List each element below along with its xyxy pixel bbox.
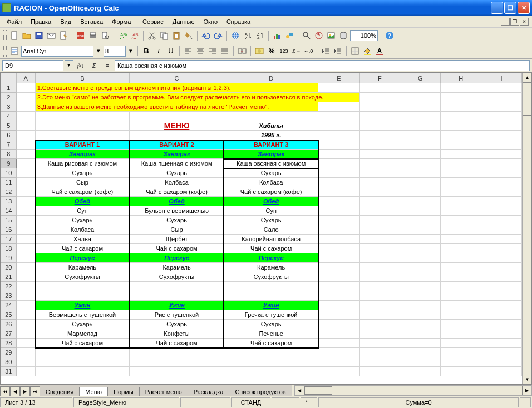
add-decimal-icon[interactable]: .0→	[290, 46, 302, 57]
formula-input[interactable]: Каша овсяная с изюмом	[115, 60, 530, 71]
row-header[interactable]: 27	[1, 329, 17, 339]
sheet-tab[interactable]: Раскладка	[188, 387, 230, 396]
menu-help[interactable]: Справка	[222, 17, 255, 26]
last-tab-icon[interactable]: ⏭	[30, 386, 40, 396]
chart-icon[interactable]	[272, 30, 283, 41]
increase-indent-icon[interactable]	[332, 46, 343, 57]
new-icon[interactable]	[9, 30, 20, 41]
row-header[interactable]: 18	[1, 244, 17, 253]
print-preview-icon[interactable]	[100, 30, 111, 41]
grid-scroll-area[interactable]: A B C D E F G H I 11.Составьте меню с тр…	[1, 73, 522, 384]
edit-doc-icon[interactable]	[58, 30, 69, 41]
row-header[interactable]: 17	[1, 235, 17, 244]
row-header[interactable]: 30	[1, 357, 17, 367]
data-cell[interactable]	[35, 291, 130, 301]
minimize-button[interactable]: _	[491, 2, 503, 14]
toolbar-grip[interactable]	[3, 30, 7, 41]
row-header[interactable]: 20	[1, 263, 17, 272]
align-justify-icon[interactable]	[219, 46, 230, 57]
data-cell[interactable]: Каша рисовая с изюмом	[35, 159, 130, 168]
row-header[interactable]: 2	[1, 93, 17, 102]
scroll-left-icon[interactable]: ◀	[295, 386, 304, 395]
doc-restore-button[interactable]: ❐	[510, 18, 519, 26]
row-header[interactable]: 11	[1, 178, 17, 187]
data-cell[interactable]: Сухарь	[224, 168, 318, 178]
data-cell[interactable]	[130, 291, 224, 301]
gallery-icon[interactable]	[326, 30, 337, 41]
meal-header[interactable]: Перекус	[35, 253, 130, 263]
row-header[interactable]: 23	[1, 291, 17, 301]
bg-color-icon[interactable]	[362, 46, 373, 57]
open-icon[interactable]	[21, 30, 32, 41]
row-header[interactable]: 21	[1, 272, 17, 282]
data-cell[interactable]: Карамель	[224, 263, 318, 272]
doc-minimize-button[interactable]: _	[501, 18, 510, 26]
data-cell[interactable]: Сыр	[35, 178, 130, 187]
function-wizard-icon[interactable]: fx↓	[75, 61, 87, 71]
cell-ref-dropdown-icon[interactable]: ▼	[65, 60, 73, 71]
vertical-scrollbar[interactable]: ▲ ▼	[522, 73, 531, 384]
data-cell[interactable]: Сухарь	[35, 216, 130, 225]
meal-header[interactable]: Завтрак	[35, 150, 130, 159]
data-cell[interactable]: Конфеты	[130, 329, 224, 339]
email-icon[interactable]	[46, 30, 57, 41]
align-left-icon[interactable]	[183, 46, 194, 57]
align-center-icon[interactable]	[195, 46, 206, 57]
year-cell[interactable]: 1995 г.	[224, 131, 318, 140]
row-header[interactable]: 4	[1, 112, 17, 121]
row-header-selected[interactable]: 9	[1, 159, 17, 168]
data-cell[interactable]: Карамель	[35, 263, 130, 272]
meal-header[interactable]: Ужин	[35, 301, 130, 310]
row-header[interactable]: 3	[1, 102, 17, 112]
first-tab-icon[interactable]: ⏮	[0, 386, 10, 396]
data-cell[interactable]: Чай с сахаром (кофе)	[130, 187, 224, 197]
col-header[interactable]: G	[400, 73, 441, 83]
bold-icon[interactable]: B	[141, 46, 152, 57]
spreadsheet-grid[interactable]: A B C D E F G H I 11.Составьте меню с тр…	[1, 73, 522, 376]
row-header[interactable]: 26	[1, 320, 17, 329]
italic-icon[interactable]: I	[153, 46, 164, 57]
data-cell[interactable]: Сухарь	[35, 168, 130, 178]
sheet-tab[interactable]: Список продуктов	[229, 387, 292, 396]
underline-icon[interactable]: U	[165, 46, 176, 57]
cell-reference-box[interactable]: D9	[2, 60, 63, 71]
data-cell[interactable]: Чай с сахаром	[130, 339, 224, 348]
col-header[interactable]: B	[35, 73, 130, 83]
row-header[interactable]: 19	[1, 253, 17, 263]
row-header[interactable]: 8	[1, 150, 17, 159]
show-draw-icon[interactable]	[284, 30, 295, 41]
data-cell[interactable]: Колбаса	[35, 225, 130, 235]
decrease-indent-icon[interactable]	[320, 46, 331, 57]
zoom-combo[interactable]	[350, 30, 378, 41]
hyperlink-icon[interactable]	[230, 30, 241, 41]
data-cell[interactable]: Суп	[224, 206, 318, 216]
variant-header[interactable]: ВАРИАНТ 3	[224, 140, 318, 150]
data-cell[interactable]: Сухофрукты	[130, 272, 224, 282]
maximize-button[interactable]: ❐	[504, 2, 516, 14]
align-right-icon[interactable]	[207, 46, 218, 57]
paste-icon[interactable]	[171, 30, 182, 41]
remove-decimal-icon[interactable]: ←.0	[303, 46, 314, 57]
scroll-down-icon[interactable]: ▼	[523, 375, 532, 384]
font-color-icon[interactable]: A	[374, 46, 385, 57]
meal-header[interactable]: Завтрак	[224, 150, 318, 159]
row-header[interactable]: 12	[1, 187, 17, 197]
data-cell[interactable]	[224, 291, 318, 301]
meal-header[interactable]: Обед	[35, 197, 130, 206]
data-cell[interactable]: Чай с сахаром	[35, 339, 130, 348]
meal-header[interactable]: Перекус	[224, 253, 318, 263]
save-icon[interactable]	[33, 30, 45, 41]
row-header[interactable]: 13	[1, 197, 17, 206]
data-cell[interactable]: Рис с тушенкой	[130, 310, 224, 320]
toolbar-grip[interactable]	[3, 46, 7, 57]
font-name-combo[interactable]	[21, 46, 93, 57]
data-cell[interactable]: Колбаса	[224, 178, 318, 187]
row-header[interactable]: 7	[1, 140, 17, 150]
data-cell[interactable]: Халва	[35, 235, 130, 244]
data-cell[interactable]: Чай с сахаром	[35, 244, 130, 253]
location-cell[interactable]: Хибины	[224, 121, 318, 131]
sheet-tab[interactable]: Сведения	[40, 387, 80, 396]
sort-asc-icon[interactable]: AZ	[242, 30, 253, 41]
data-cell[interactable]: Сухарь	[130, 320, 224, 329]
datasources-icon[interactable]	[338, 30, 349, 41]
